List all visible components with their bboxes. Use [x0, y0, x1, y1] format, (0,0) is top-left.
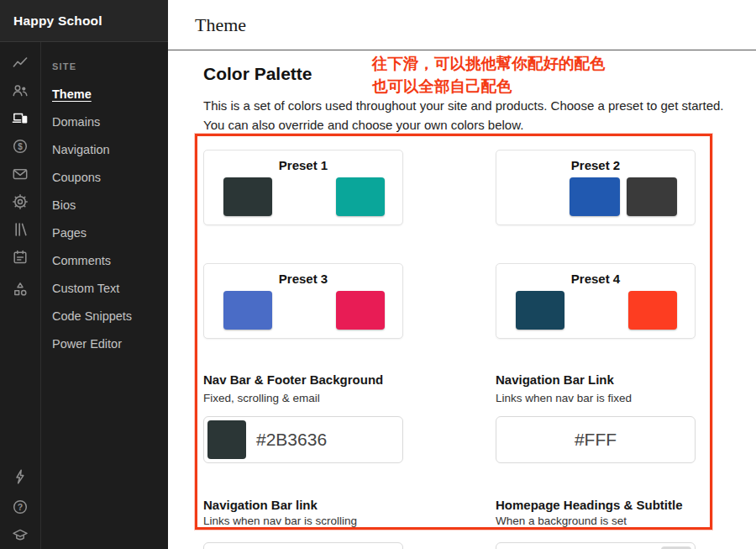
topbar: Theme [168, 0, 756, 50]
preset-3-card[interactable]: Preset 3 [203, 263, 403, 339]
homepage-headings-subtitle-hint: When a background is set [496, 515, 627, 527]
sidebar-item-domains[interactable]: Domains [52, 115, 168, 129]
sidebar-body: $ ? [0, 42, 168, 549]
sidebar-item-custom-text[interactable]: Custom Text [52, 282, 168, 295]
navbar-footer-background-input[interactable]: #2B3636 [203, 416, 403, 463]
preset-4-color-swatch-1 [516, 291, 564, 330]
analytics-icon[interactable] [0, 55, 40, 71]
sidebar-item-coupons[interactable]: Coupons [52, 171, 168, 184]
homepage-headings-subtitle-input[interactable] [496, 542, 696, 549]
preset-3-color-swatch-2 [336, 291, 385, 330]
quick-actions-lightning-icon[interactable] [0, 468, 40, 485]
sidebar-item-power-editor[interactable]: Power Editor [52, 337, 168, 351]
description-line-2: You can also override and choose your ow… [203, 115, 724, 135]
preset-1-title: Preset 1 [204, 158, 402, 172]
menu-section-label: SITE [52, 61, 168, 72]
preset-4-color-swatch-2 [628, 291, 677, 330]
navigation-bar-link-label: Navigation Bar Link [496, 372, 614, 387]
description-line-1: This is a set of colors used throughout … [203, 96, 724, 115]
navbar-footer-background-hint: Fixed, scrolling & email [203, 392, 320, 404]
library-icon[interactable] [0, 221, 40, 238]
preset-2-color-swatch-1 [570, 177, 620, 216]
sidebar-menu: SITE Theme Domains Navigation Coupons Bi… [40, 42, 168, 549]
annotation-line-2: 也可以全部自己配色 [372, 76, 606, 98]
members-icon[interactable] [0, 82, 40, 99]
theme-settings-page: Color Palette 往下滑，可以挑他幫你配好的配色 也可以全部自己配色 … [168, 50, 756, 549]
brand-title[interactable]: Happy School [0, 0, 168, 42]
payments-icon[interactable]: $ [0, 138, 40, 155]
navbar-footer-background-value: #2B3636 [256, 417, 327, 462]
svg-text:?: ? [18, 502, 23, 512]
navigation-bar-link-hint: Links when nav bar is fixed [496, 392, 632, 404]
preset-3-color-swatch-1 [223, 291, 272, 330]
section-title: Color Palette [203, 64, 312, 84]
email-icon[interactable] [0, 166, 40, 182]
navigation-bar-link-value: #FFF [496, 417, 695, 462]
navigation-bar-link-input[interactable]: #FFF [496, 416, 696, 463]
icon-rail: $ ? [0, 42, 41, 549]
section-description: This is a set of colors used throughout … [203, 96, 724, 135]
sidebar-item-pages[interactable]: Pages [52, 226, 168, 240]
navigation-bar-link-scrolling-label: Navigation Bar link [203, 498, 318, 512]
preset-2-card[interactable]: Preset 2 [496, 150, 696, 225]
plan-calendar-icon[interactable] [0, 249, 40, 266]
page-title: Theme [195, 14, 246, 36]
navbar-footer-background-color-swatch[interactable] [207, 420, 246, 459]
preset-3-title: Preset 3 [204, 272, 402, 286]
learn-graduation-cap-icon[interactable] [0, 527, 40, 544]
integrations-shapes-icon[interactable] [0, 281, 40, 298]
preset-4-card[interactable]: Preset 4 [496, 263, 696, 339]
svg-text:$: $ [18, 142, 23, 151]
preset-1-card[interactable]: Preset 1 [203, 150, 403, 225]
sidebar-item-code-snippets[interactable]: Code Snippets [52, 309, 168, 323]
sidebar-item-comments[interactable]: Comments [52, 254, 168, 267]
preset-4-title: Preset 4 [496, 272, 695, 286]
annotation-line-1: 往下滑，可以挑他幫你配好的配色 [372, 53, 606, 76]
navigation-bar-link-scrolling-input[interactable] [203, 542, 403, 549]
sidebar-item-theme[interactable]: Theme [52, 87, 168, 101]
navbar-footer-background-label: Nav Bar & Footer Background [203, 372, 383, 387]
settings-gear-icon[interactable] [0, 193, 40, 210]
navigation-bar-link-scrolling-hint: Links when nav bar is scrolling [203, 515, 357, 527]
homepage-headings-subtitle-label: Homepage Headings & Subtitle [496, 498, 683, 512]
preset-2-color-swatch-2 [627, 177, 677, 216]
preset-2-title: Preset 2 [496, 158, 695, 172]
help-icon[interactable]: ? [0, 499, 40, 515]
sidebar-item-navigation[interactable]: Navigation [52, 143, 168, 156]
handwritten-annotation: 往下滑，可以挑他幫你配好的配色 也可以全部自己配色 [372, 53, 606, 98]
preset-1-color-swatch-2 [336, 177, 385, 216]
sidebar-item-bios[interactable]: Bios [52, 198, 168, 212]
site-devices-icon[interactable] [0, 110, 40, 127]
preset-1-color-swatch-1 [223, 177, 272, 216]
sidebar: Happy School $ [0, 0, 168, 549]
